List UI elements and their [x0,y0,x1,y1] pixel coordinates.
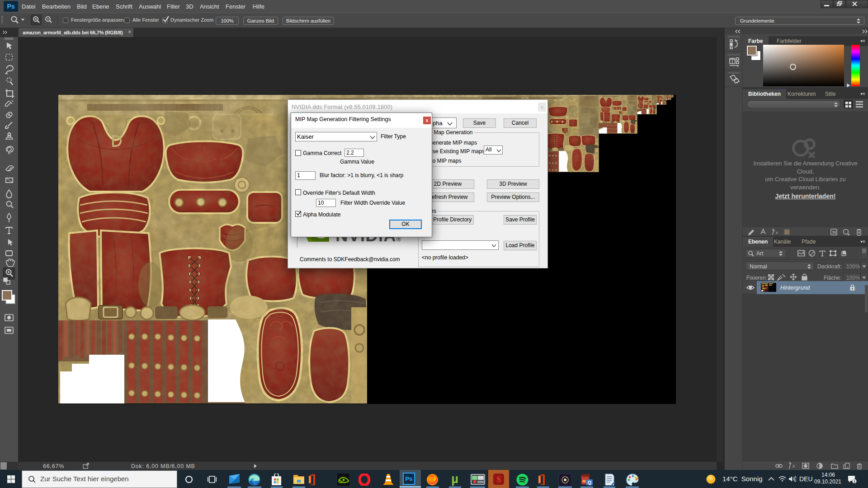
svg-text:Q: Q [588,480,591,485]
svg-text:St: St [832,230,836,235]
svg-text:2: 2 [854,479,855,483]
svg-text:M: M [582,479,586,483]
svg-text:S: S [496,475,501,484]
svg-text:x: x [792,464,795,469]
svg-text:x: x [775,230,778,235]
